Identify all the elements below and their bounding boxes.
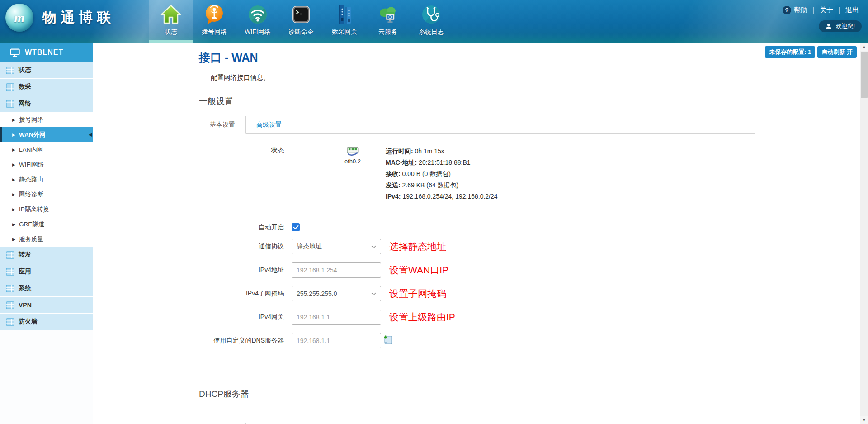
dns-label: 使用自定义的DNS服务器 — [199, 333, 292, 348]
sidebar-item-label: GRE隧道 — [19, 220, 44, 229]
help-icon: ? — [783, 6, 791, 14]
sidebar-item-system[interactable]: 系统 — [0, 280, 93, 297]
status-label: 状态 — [199, 146, 292, 202]
nav-label: WIFI网络 — [245, 28, 271, 36]
status-line: IPv4: 192.168.0.254/24, 192.168.0.2/24 — [386, 191, 498, 202]
sidebar-hostname[interactable]: WTBLNET — [0, 43, 93, 62]
tab-advanced-settings[interactable]: 高级设置 — [246, 116, 292, 133]
scrollbar-thumb[interactable] — [861, 52, 868, 98]
sidebar-item-wifi[interactable]: ▶ WIFI网络 — [0, 157, 93, 172]
link-divider — [813, 7, 814, 14]
ipaddr-label: IPv4地址 — [199, 262, 292, 278]
sidebar-item-firewall[interactable]: 防火墙 — [0, 314, 93, 330]
grid-icon — [6, 83, 14, 91]
sidebar-item-network[interactable]: 网络 — [0, 95, 93, 112]
nav-label: 状态 — [165, 28, 177, 36]
gateway-row: IPv4网关 设置上级路由IP — [199, 310, 856, 325]
sidebar-item-label: 系统 — [19, 284, 31, 292]
gateway-annotation: 设置上级路由IP — [389, 310, 455, 325]
nav-label: 系统日志 — [419, 28, 444, 36]
sidebar-item-gre[interactable]: ▶ GRE隧道 — [0, 217, 93, 232]
netmask-label: IPv4子网掩码 — [199, 286, 292, 301]
triangle-right-icon: ▶ — [12, 222, 15, 227]
sidebar-item-forward[interactable]: 转发 — [0, 247, 93, 263]
grid-icon — [6, 318, 14, 326]
nav-item-cloud[interactable]: 云服务 — [366, 0, 410, 43]
sidebar-item-label: 服务质量 — [19, 235, 43, 243]
sidebar-item-label: WIFI网络 — [19, 161, 44, 169]
top-nav: 状态 拨号网络 — [149, 0, 453, 43]
nav-item-status[interactable]: 状态 — [149, 0, 193, 43]
terminal-icon — [290, 3, 312, 26]
sidebar-item-label: 防火墙 — [19, 318, 38, 326]
sidebar-item-ipisolation[interactable]: ▶ IP隔离转换 — [0, 202, 93, 217]
nav-label: 拨号网络 — [202, 28, 227, 36]
sidebar-item-lan[interactable]: ▶ LAN内网 — [0, 142, 93, 157]
sidebar-item-label: 应用 — [19, 267, 31, 276]
nav-item-gateway[interactable]: 数采网关 — [323, 0, 366, 43]
sidebar-item-label: 拨号网络 — [19, 116, 43, 124]
home-icon — [160, 3, 182, 26]
sidebar-item-vpn[interactable]: VPN — [0, 297, 93, 314]
sidebar-item-diagnostics[interactable]: ▶ 网络诊断 — [0, 187, 93, 202]
device-block: eth0.2 — [335, 146, 371, 202]
vertical-scrollbar[interactable]: ▲ ▼ — [860, 43, 868, 424]
triangle-right-icon: ▶ — [12, 177, 15, 182]
scroll-down-icon[interactable]: ▼ — [860, 416, 868, 424]
interface-form: 状态 eth0.2 运行时间: 0h 1m 15s MAC-地址: 20:21:… — [199, 146, 856, 348]
unsaved-changes-badge[interactable]: 未保存的配置: 1 — [765, 46, 815, 58]
sidebar-item-datacollect[interactable]: 数采 — [0, 79, 93, 95]
nav-label: 数采网关 — [332, 28, 357, 36]
chevron-down-icon — [371, 292, 376, 295]
sidebar-item-apps[interactable]: 应用 — [0, 263, 93, 280]
nav-item-wifi[interactable]: WIFI网络 — [236, 0, 279, 43]
status-row: 状态 eth0.2 运行时间: 0h 1m 15s MAC-地址: 20:21:… — [199, 146, 856, 202]
sidebar-item-label: 静态路由 — [19, 176, 43, 184]
protocol-row: 通信协议 静态地址 选择静态地址 — [199, 239, 856, 254]
hostname-label: WTBLNET — [25, 48, 63, 57]
netmask-select[interactable]: 255.255.255.0 — [292, 286, 381, 301]
autostart-checkbox[interactable] — [292, 223, 300, 231]
triangle-right-icon: ▶ — [12, 162, 15, 167]
sidebar-item-status[interactable]: 状态 — [0, 62, 93, 79]
sidebar-item-label: 转发 — [19, 251, 31, 259]
protocol-annotation: 选择静态地址 — [389, 239, 446, 254]
grid-icon — [6, 301, 14, 310]
tab-basic-settings[interactable]: 基本设置 — [199, 116, 246, 134]
triangle-right-icon: ▶ — [12, 148, 15, 152]
autorefresh-toggle[interactable]: 自动刷新 开 — [817, 46, 857, 58]
help-link[interactable]: ? 帮助 — [783, 6, 807, 14]
logout-link[interactable]: 退出 — [845, 6, 859, 14]
status-stats: 运行时间: 0h 1m 15s MAC-地址: 20:21:51:18:88:B… — [386, 146, 498, 202]
sidebar-item-qos[interactable]: ▶ 服务质量 — [0, 232, 93, 247]
dns-add-button[interactable] — [383, 335, 393, 348]
sidebar-item-staticroute[interactable]: ▶ 静态路由 — [0, 172, 93, 187]
grid-icon — [6, 284, 14, 293]
gateway-input[interactable] — [292, 310, 381, 325]
about-link[interactable]: 关于 — [820, 6, 833, 14]
triangle-right-icon: ▶ — [12, 192, 15, 197]
cloud-icon — [377, 3, 399, 26]
gateway-icon — [333, 3, 356, 26]
scroll-up-icon[interactable]: ▲ — [860, 43, 868, 51]
sidebar-item-dialup[interactable]: ▶ 拨号网络 — [0, 112, 93, 127]
autostart-label: 自动开启 — [199, 220, 292, 232]
section-dhcp-title: DHCP服务器 — [199, 388, 856, 400]
grid-icon — [6, 251, 14, 259]
ethernet-device-icon — [346, 146, 359, 157]
status-line: 运行时间: 0h 1m 15s — [386, 146, 498, 157]
sidebar-item-wan[interactable]: ▶ WAN外网 ◀ — [0, 127, 93, 142]
main-content: 未保存的配置: 1 自动刷新 开 接口 - WAN 配置网络接口信息。 一般设置… — [93, 43, 860, 424]
help-label: 帮助 — [794, 6, 807, 14]
protocol-select[interactable]: 静态地址 — [292, 239, 381, 254]
gateway-label: IPv4网关 — [199, 310, 292, 325]
nav-item-syslog[interactable]: 系统日志 — [410, 0, 453, 43]
nav-item-dialup[interactable]: 拨号网络 — [193, 0, 236, 43]
sidebar-item-label: IP隔离转换 — [19, 205, 49, 214]
ipaddr-input[interactable] — [292, 262, 381, 278]
dns-row: 使用自定义的DNS服务器 — [199, 333, 856, 348]
welcome-button[interactable]: 欢迎您! — [819, 20, 862, 32]
dns-input[interactable] — [292, 333, 381, 348]
protocol-label: 通信协议 — [199, 239, 292, 254]
nav-item-terminal[interactable]: 诊断命令 — [279, 0, 323, 43]
